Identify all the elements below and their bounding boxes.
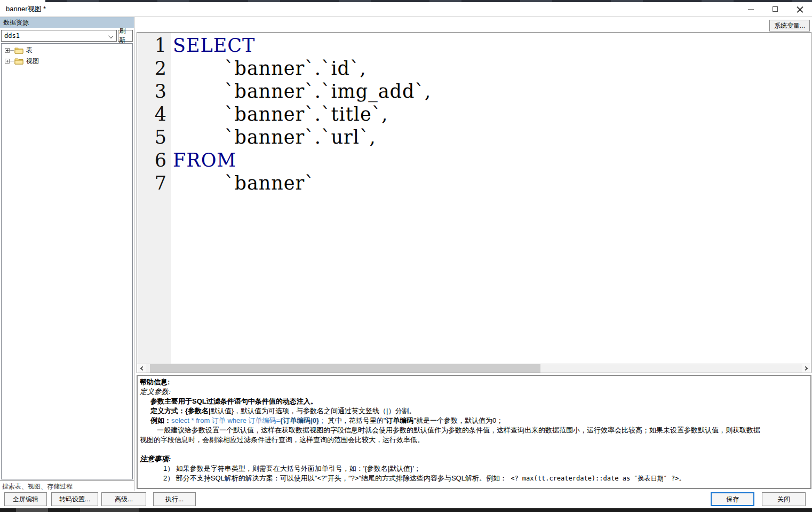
line-number: 7	[137, 172, 171, 195]
chevron-right-icon	[803, 366, 808, 371]
datasource-sidebar: 数据资源 dds1 刷新 表 视图	[0, 17, 134, 492]
scroll-right-button[interactable]	[802, 364, 811, 373]
tree-connector	[10, 50, 14, 51]
window-title: banner视图 *	[0, 4, 46, 14]
chevron-down-icon	[108, 34, 113, 38]
code-line[interactable]: 6FROM	[137, 149, 811, 172]
line-number: 4	[137, 103, 171, 126]
code-text: `banner`.`title`,	[171, 103, 388, 126]
transcode-settings-button[interactable]: 转码设置...	[51, 492, 98, 506]
code-text: FROM	[171, 149, 236, 172]
datasource-row: dds1 刷新	[0, 28, 134, 42]
advanced-button[interactable]: 高级...	[101, 492, 146, 506]
datasource-select[interactable]: dds1	[1, 30, 117, 42]
code-text: `banner`.`img_add`,	[171, 80, 431, 103]
fullscreen-edit-button[interactable]: 全屏编辑	[4, 492, 47, 506]
app-window: banner视图 * 数据资源 dds1 刷新 表	[0, 0, 812, 512]
close-button[interactable]	[787, 2, 812, 16]
code-text: SELECT	[171, 34, 255, 57]
code-line[interactable]: 7`banner`	[137, 172, 811, 195]
footer-bar: 全屏编辑 转码设置... 高级... 执行... 保存 关闭	[0, 491, 812, 508]
close-dialog-button[interactable]: 关闭	[762, 492, 806, 506]
help-text-line: 一般建议给参数设置一个默认值，这样在获取数据视图的字段信息时就会使用参数的默认值…	[140, 426, 808, 435]
editor-toolbar: 系统变量...	[135, 17, 812, 32]
tree-connector	[10, 61, 14, 61]
maximize-button[interactable]	[763, 2, 787, 16]
folder-icon	[14, 47, 23, 54]
help-text-line: 帮助信息:	[140, 377, 808, 387]
sql-editor[interactable]: 1SELECT2`banner`.`id`,3`banner`.`img_add…	[137, 32, 811, 373]
line-number: 1	[137, 34, 171, 57]
scrollbar-thumb[interactable]	[150, 364, 540, 373]
line-number: 3	[137, 80, 171, 103]
sql-code-area[interactable]: 1SELECT2`banner`.`id`,3`banner`.`img_add…	[137, 33, 811, 364]
code-line[interactable]: 5`banner`.`url`,	[137, 126, 811, 149]
help-text-line: 定义方式：{参数名|默认值}，默认值为可选项，与参数名之间通过英文竖线（|）分割…	[140, 406, 808, 416]
datasource-value: dds1	[2, 32, 20, 40]
expand-plus-icon[interactable]	[5, 48, 10, 53]
scrollbar-track[interactable]	[146, 364, 802, 373]
minimize-icon	[748, 9, 754, 10]
window-controls	[738, 2, 812, 16]
execute-button[interactable]: 执行...	[153, 492, 196, 506]
tree-item-label: 表	[26, 46, 33, 55]
title-bar: banner视图 *	[0, 2, 812, 17]
object-tree: 表 视图	[1, 43, 133, 479]
save-button[interactable]: 保存	[711, 492, 754, 506]
help-text-line: 2） 部分不支持SQL解析的解决方案：可以使用以″<?″开头，″?>″结尾的方式…	[140, 474, 808, 483]
line-number: 2	[137, 57, 171, 80]
code-line[interactable]: 2`banner`.`id`,	[137, 57, 811, 80]
help-info-panel: 帮助信息:定义参数:参数主要用于SQL过滤条件语句中条件值的动态注入。定义方式：…	[137, 375, 811, 489]
chevron-left-icon	[140, 366, 145, 371]
line-number: 6	[137, 149, 171, 172]
code-text: `banner`.`url`,	[171, 126, 376, 149]
code-text: `banner`	[171, 172, 315, 195]
tree-item-label: 视图	[26, 57, 39, 66]
expand-plus-icon[interactable]	[5, 59, 10, 64]
help-text-line: 注意事项:	[140, 454, 808, 464]
background-window-bottom-strip	[0, 508, 812, 512]
code-text: `banner`.`id`,	[171, 57, 367, 80]
code-line[interactable]: 1SELECT	[137, 34, 811, 57]
system-variables-button[interactable]: 系统变量...	[769, 20, 810, 31]
help-text-line	[140, 445, 808, 454]
close-icon	[797, 6, 803, 13]
help-text-line: 1） 如果参数是字符串类型，则需要在大括号外面加单引号，如：'{参数名|默认值}…	[140, 464, 808, 474]
tree-item[interactable]: 视图	[2, 56, 132, 66]
sidebar-header: 数据资源	[0, 17, 134, 28]
code-line[interactable]: 3`banner`.`img_add`,	[137, 80, 811, 103]
help-text-line: 例如：select * from 订单 where 订单编码={订单编码|0}；…	[140, 416, 808, 426]
help-text-line: 定义参数:	[140, 387, 808, 397]
help-text-line: 视图的字段信息时，会剔除相应过滤条件进行查询，这样查询的范围会比较大，运行效率低…	[140, 435, 808, 445]
tree-item[interactable]: 表	[2, 45, 132, 56]
code-line[interactable]: 4`banner`.`title`,	[137, 103, 811, 126]
scroll-left-button[interactable]	[137, 364, 146, 373]
folder-icon	[14, 58, 23, 65]
help-text-line: 参数主要用于SQL过滤条件语句中条件值的动态注入。	[140, 397, 808, 406]
minimize-button[interactable]	[738, 2, 763, 16]
refresh-button[interactable]: 刷新	[118, 30, 133, 42]
horizontal-scrollbar[interactable]	[137, 364, 811, 373]
line-number: 5	[137, 126, 171, 149]
maximize-icon	[773, 6, 778, 12]
